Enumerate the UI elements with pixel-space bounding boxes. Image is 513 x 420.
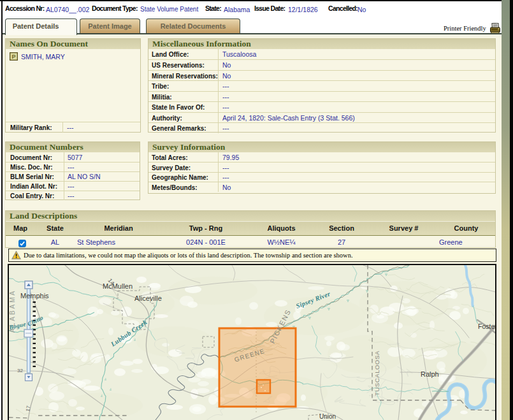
svg-text:Memphis: Memphis: [20, 292, 49, 300]
svg-text:P: P: [11, 54, 15, 60]
svg-text:McMullen: McMullen: [103, 282, 133, 290]
svg-text:Union: Union: [319, 413, 336, 420]
svg-text:TUSCALOOSA: TUSCALOOSA: [373, 351, 380, 396]
svg-text:32: 32: [17, 368, 23, 373]
svg-text:Fosters: Fosters: [478, 322, 495, 330]
svg-text:Ralph: Ralph: [421, 370, 439, 378]
svg-text:Aliceville: Aliceville: [134, 294, 162, 302]
